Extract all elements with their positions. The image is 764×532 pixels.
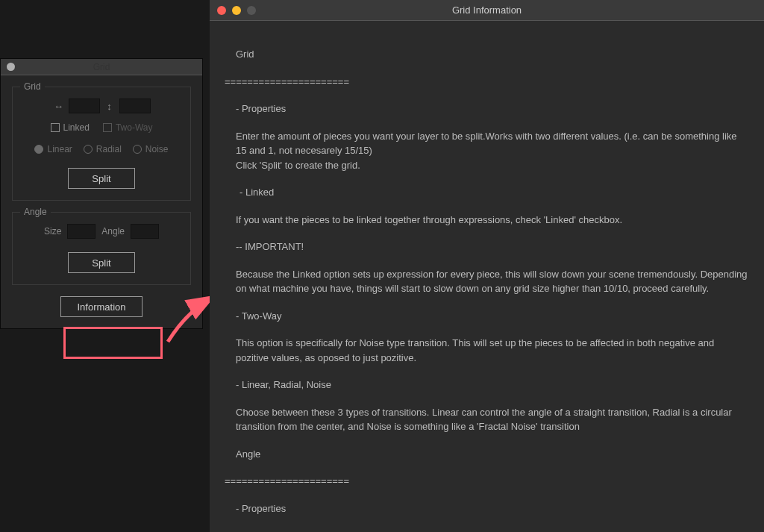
checkbox-row: Linked Two-Way bbox=[20, 122, 183, 133]
linear-label: Linear bbox=[47, 144, 72, 154]
noise-radio-item[interactable]: Noise bbox=[133, 144, 169, 154]
info-line: If you want the pieces to be linked toge… bbox=[225, 213, 749, 228]
info-line: Grid bbox=[225, 47, 749, 62]
width-input[interactable] bbox=[69, 98, 100, 113]
angle-label: Angle bbox=[101, 226, 125, 237]
twoway-checkbox-item[interactable]: Two-Way bbox=[103, 122, 153, 133]
angle-fieldset: Angle Size Angle Split bbox=[12, 212, 191, 285]
info-window: Grid Information Grid ==================… bbox=[210, 0, 764, 532]
linked-checkbox[interactable] bbox=[51, 123, 60, 132]
info-content: Grid ====================== - Properties… bbox=[210, 21, 764, 532]
radial-label: Radial bbox=[96, 144, 122, 154]
vertical-arrow-icon: ↕ bbox=[104, 101, 116, 112]
grid-panel-titlebar: Grid bbox=[1, 59, 202, 75]
twoway-checkbox[interactable] bbox=[103, 123, 112, 132]
linear-radio[interactable] bbox=[34, 145, 43, 154]
grid-legend: Grid bbox=[20, 81, 45, 92]
info-line: - Two-Way bbox=[225, 309, 749, 324]
info-divider: ====================== bbox=[225, 75, 749, 90]
info-line: Angle bbox=[225, 447, 749, 462]
info-divider: ====================== bbox=[225, 474, 749, 489]
info-line: - Linked bbox=[225, 185, 749, 200]
angle-split-button[interactable]: Split bbox=[68, 252, 135, 273]
info-line: This option is specifically for Noise ty… bbox=[225, 336, 749, 365]
linked-checkbox-item[interactable]: Linked bbox=[51, 122, 90, 133]
height-input[interactable] bbox=[119, 98, 151, 113]
info-titlebar: Grid Information bbox=[210, 0, 764, 21]
highlight-annotation bbox=[63, 327, 163, 359]
radio-row: Linear Radial Noise bbox=[20, 144, 183, 154]
angle-input[interactable] bbox=[131, 224, 159, 239]
noise-label: Noise bbox=[145, 144, 169, 154]
radial-radio[interactable] bbox=[84, 145, 93, 154]
info-line: - Properties bbox=[225, 501, 749, 516]
size-label: Size bbox=[44, 226, 61, 237]
grid-panel: Grid Grid ↔ ↕ Linked Two-Way bbox=[0, 58, 203, 329]
info-line: Enter the amount of pieces you want your… bbox=[225, 129, 749, 158]
info-line: - Linear, Radial, Noise bbox=[225, 378, 749, 392]
info-line: Because the Linked option sets up expres… bbox=[225, 267, 749, 296]
noise-radio[interactable] bbox=[133, 145, 142, 154]
radial-radio-item[interactable]: Radial bbox=[84, 144, 122, 154]
info-window-title: Grid Information bbox=[210, 4, 764, 16]
linked-label: Linked bbox=[63, 122, 90, 133]
linear-radio-item[interactable]: Linear bbox=[34, 144, 72, 154]
close-window-icon[interactable] bbox=[217, 6, 226, 15]
traffic-lights bbox=[217, 6, 256, 15]
dimensions-row: ↔ ↕ bbox=[20, 98, 183, 113]
close-icon[interactable] bbox=[7, 63, 15, 71]
size-input[interactable] bbox=[67, 224, 96, 239]
grid-split-button[interactable]: Split bbox=[68, 168, 135, 189]
information-button[interactable]: Information bbox=[60, 296, 143, 317]
twoway-label: Two-Way bbox=[116, 122, 153, 133]
minimize-window-icon[interactable] bbox=[232, 6, 241, 15]
info-line: -- IMPORTANT! bbox=[225, 240, 749, 254]
info-line: Choose between these 3 types of transiti… bbox=[225, 405, 749, 434]
horizontal-arrow-icon: ↔ bbox=[53, 101, 65, 112]
grid-panel-title: Grid bbox=[1, 62, 202, 72]
info-line: Click 'Split' to create the grid. bbox=[225, 158, 749, 173]
angle-legend: Angle bbox=[20, 207, 51, 217]
angle-row: Size Angle bbox=[20, 224, 183, 239]
maximize-window-icon[interactable] bbox=[247, 6, 256, 15]
info-line: - Properties bbox=[225, 101, 749, 116]
grid-fieldset: Grid ↔ ↕ Linked Two-Way bbox=[12, 87, 191, 201]
grid-panel-body: Grid ↔ ↕ Linked Two-Way bbox=[1, 75, 202, 328]
